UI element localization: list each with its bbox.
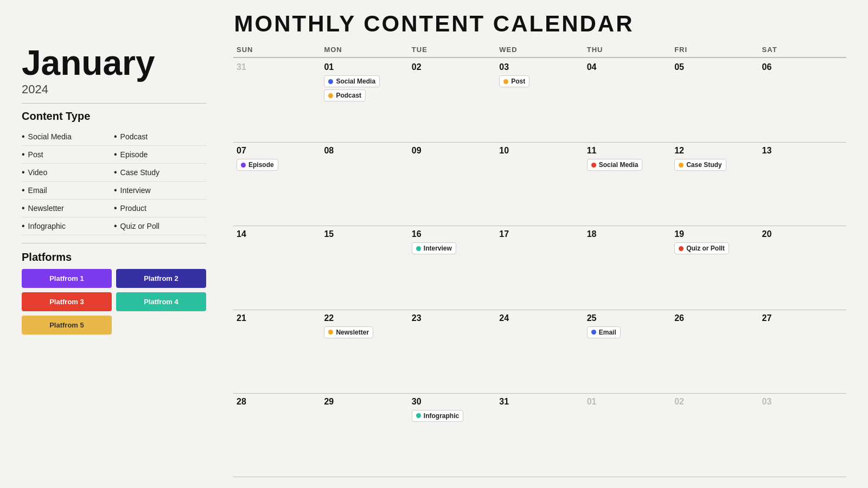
event-label: Case Study — [686, 161, 722, 169]
day-of-week: WED — [496, 46, 583, 58]
cell-date: 14 — [237, 229, 317, 239]
platform-button[interactable]: Platfrom 2 — [116, 269, 206, 288]
platform-button[interactable]: Platfrom 3 — [22, 292, 112, 311]
calendar-cell: 14 — [233, 226, 321, 310]
cell-date: 19 — [674, 229, 755, 239]
calendar-cell: 02 — [671, 394, 758, 477]
content-type-item: Case Study — [114, 164, 206, 182]
calendar-cell: 01 — [584, 394, 671, 477]
calendar-cell: 12Case Study — [671, 143, 758, 226]
day-of-week: SUN — [233, 46, 321, 58]
event-label: Episode — [248, 161, 274, 169]
cell-date: 17 — [499, 229, 580, 239]
cell-date: 05 — [674, 62, 755, 72]
platforms-grid: Platfrom 1Platfrom 2Platfrom 3Platfrom 4… — [22, 269, 206, 335]
calendar-cell: 19Quiz or Pollt — [671, 226, 758, 310]
calendar-cell: 16Interview — [409, 226, 496, 310]
cell-date: 04 — [587, 62, 668, 72]
event-label: Interview — [424, 245, 452, 252]
page-title: MONTHLY CONTENT CALENDAR — [22, 11, 846, 37]
event-tag: Interview — [412, 242, 456, 254]
calendar-cell: 31 — [496, 394, 583, 477]
calendar-grid: 3101Social MediaPodcast0203Post04050607E… — [233, 59, 846, 477]
cell-date: 01 — [587, 397, 668, 407]
platform-button[interactable]: Platfrom 4 — [116, 292, 206, 311]
event-tag: Infographic — [412, 410, 463, 422]
cell-date: 10 — [499, 146, 580, 156]
cell-date: 11 — [587, 146, 668, 156]
event-dot — [591, 163, 596, 168]
event-label: Newsletter — [336, 329, 369, 336]
platform-5-wrap: Platfrom 5 — [22, 316, 112, 335]
calendar-cell: 27 — [759, 310, 846, 394]
cell-date: 22 — [324, 313, 405, 323]
calendar-cell: 21 — [233, 310, 321, 394]
cell-date: 13 — [762, 146, 843, 156]
event-dot — [416, 413, 421, 418]
event-dot — [328, 93, 333, 98]
calendar-cell: 22Newsletter — [321, 310, 408, 394]
month-label: January — [22, 46, 206, 80]
calendar-cell: 03Post — [496, 59, 583, 143]
event-tag: Social Media — [587, 159, 643, 171]
day-of-week: THU — [584, 46, 671, 58]
calendar-cell: 01Social MediaPodcast — [321, 59, 408, 143]
calendar-cell: 08 — [321, 143, 408, 226]
event-dot — [503, 79, 508, 84]
content-type-heading: Content Type — [22, 110, 206, 123]
event-dot — [328, 330, 333, 335]
event-tag: Podcast — [324, 89, 366, 101]
content-type-item: Podcast — [114, 128, 206, 146]
cell-date: 29 — [324, 397, 405, 407]
cell-date: 03 — [499, 62, 580, 72]
calendar-cell: 13 — [759, 143, 846, 226]
calendar-cell: 25Email — [584, 310, 671, 394]
event-dot — [679, 246, 684, 251]
calendar-cell: 07Episode — [233, 143, 321, 226]
cell-date: 21 — [237, 313, 317, 323]
content-type-list: Social MediaPodcastPostEpisodeVideoCase … — [22, 128, 206, 235]
calendar-cell: 15 — [321, 226, 408, 310]
cell-date: 28 — [237, 397, 317, 407]
cell-date: 02 — [412, 62, 493, 72]
cell-date: 03 — [762, 397, 843, 407]
calendar-header: SUNMONTUEWEDTHUFRISAT — [233, 46, 846, 58]
sidebar: January 2024 Content Type Social MediaPo… — [22, 46, 222, 477]
calendar-cell: 28 — [233, 394, 321, 477]
cell-date: 27 — [762, 313, 843, 323]
cell-date: 07 — [237, 146, 317, 156]
cell-date: 06 — [762, 62, 843, 72]
calendar-cell: 05 — [671, 59, 758, 143]
cell-date: 25 — [587, 313, 668, 323]
cell-date: 08 — [324, 146, 405, 156]
event-tag: Case Study — [674, 159, 726, 171]
cell-date: 16 — [412, 229, 493, 239]
calendar: SUNMONTUEWEDTHUFRISAT 3101Social MediaPo… — [222, 46, 846, 477]
calendar-cell: 30Infographic — [409, 394, 496, 477]
calendar-cell: 24 — [496, 310, 583, 394]
calendar-cell: 18 — [584, 226, 671, 310]
content-type-item: Interview — [114, 182, 206, 200]
calendar-cell: 26 — [671, 310, 758, 394]
event-tag: Episode — [237, 159, 278, 171]
event-tag: Social Media — [324, 75, 380, 87]
platform-button[interactable]: Platfrom 5 — [22, 316, 112, 335]
content-type-item: Episode — [114, 146, 206, 164]
cell-date: 24 — [499, 313, 580, 323]
calendar-cell: 09 — [409, 143, 496, 226]
cell-date: 15 — [324, 229, 405, 239]
event-tag: Email — [587, 326, 621, 338]
event-dot — [328, 79, 333, 84]
platform-button[interactable]: Platfrom 1 — [22, 269, 112, 288]
event-tag: Quiz or Pollt — [674, 242, 729, 254]
content-type-item: Post — [22, 146, 114, 164]
calendar-cell: 04 — [584, 59, 671, 143]
event-dot — [679, 163, 684, 168]
content-type-item: Social Media — [22, 128, 114, 146]
cell-date: 18 — [587, 229, 668, 239]
event-dot — [591, 330, 596, 335]
event-tag: Newsletter — [324, 326, 373, 338]
event-label: Post — [511, 78, 525, 85]
event-label: Quiz or Pollt — [686, 245, 725, 252]
content-type-item: Video — [22, 164, 114, 182]
